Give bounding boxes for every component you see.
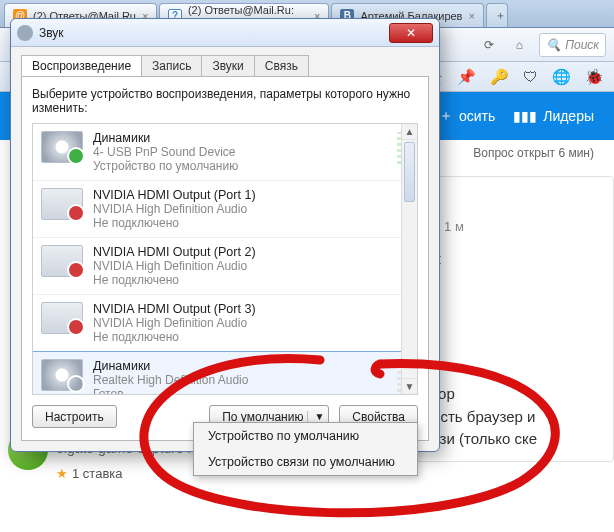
device-status: Не подключено xyxy=(93,216,256,230)
chevron-down-icon: ▼ xyxy=(307,411,324,422)
device-sub: Realtek High Definition Audio xyxy=(93,373,248,387)
device-sub: NVIDIA High Definition Audio xyxy=(93,259,256,273)
sound-dialog: Звук ✕ Воспроизведение Запись Звуки Связ… xyxy=(10,18,440,452)
rate-label: 1 ставка xyxy=(72,466,123,481)
ext-icon[interactable]: 🐞 xyxy=(585,68,604,86)
scrollbar[interactable]: ▲ ▼ xyxy=(401,124,417,394)
device-sub: 4- USB PnP Sound Device xyxy=(93,145,238,159)
leaders-label: Лидеры xyxy=(543,108,594,124)
device-status: Устройство по умолчанию xyxy=(93,159,238,173)
sound-icon xyxy=(17,25,33,41)
device-row[interactable]: NVIDIA HDMI Output (Port 3) NVIDIA High … xyxy=(33,295,417,352)
search-input[interactable]: 🔍 Поиск xyxy=(539,33,606,57)
chart-icon: ▮▮▮ xyxy=(513,108,537,124)
dialog-titlebar[interactable]: Звук ✕ xyxy=(11,19,439,47)
tab-panel: Выберите устройство воспроизведения, пар… xyxy=(21,76,429,441)
search-placeholder: Поиск xyxy=(565,38,599,52)
device-status: Не подключено xyxy=(93,273,256,287)
device-name: Динамики xyxy=(93,359,248,373)
ext-icon[interactable]: 🌐 xyxy=(552,68,571,86)
star-icon: ★ xyxy=(56,466,68,481)
reload-icon[interactable]: ⟳ xyxy=(479,35,499,55)
device-sub: NVIDIA High Definition Audio xyxy=(93,316,256,330)
panel-hint: Выберите устройство воспроизведения, пар… xyxy=(32,87,418,115)
tab-comm[interactable]: Связь xyxy=(254,55,309,76)
leaders-button[interactable]: ▮▮▮Лидеры xyxy=(513,108,594,124)
device-name: Динамики xyxy=(93,131,238,145)
monitor-icon xyxy=(41,188,83,220)
device-list: Динамики 4- USB PnP Sound Device Устройс… xyxy=(32,123,418,395)
ext-icon[interactable]: 🛡 xyxy=(523,68,538,85)
device-name: NVIDIA HDMI Output (Port 1) xyxy=(93,188,256,202)
device-name: NVIDIA HDMI Output (Port 2) xyxy=(93,245,256,259)
device-row[interactable]: Динамики Realtek High Definition Audio Г… xyxy=(33,351,417,394)
device-sub: NVIDIA High Definition Audio xyxy=(93,202,256,216)
left-rate: ★1 ставка xyxy=(56,466,123,481)
new-tab-button[interactable]: ＋ xyxy=(486,3,508,27)
monitor-icon xyxy=(41,245,83,277)
device-status: Не подключено xyxy=(93,330,256,344)
speaker-icon xyxy=(41,359,83,391)
device-row[interactable]: Динамики 4- USB PnP Sound Device Устройс… xyxy=(33,124,417,181)
default-dropdown-menu: Устройство по умолчанию Устройство связи… xyxy=(193,422,418,476)
close-icon[interactable]: × xyxy=(468,10,474,22)
menu-item-default-device[interactable]: Устройство по умолчанию xyxy=(194,423,417,449)
configure-button[interactable]: Настроить xyxy=(32,405,117,428)
tab-sounds[interactable]: Звуки xyxy=(201,55,254,76)
dialog-tabs: Воспроизведение Запись Звуки Связь xyxy=(21,55,429,76)
author-time: 1 м xyxy=(444,219,464,234)
plus-icon: ＋ xyxy=(439,107,453,125)
ext-icon[interactable]: 📌 xyxy=(457,68,476,86)
tab-playback[interactable]: Воспроизведение xyxy=(21,55,142,76)
search-icon: 🔍 xyxy=(546,38,561,52)
device-name: NVIDIA HDMI Output (Port 3) xyxy=(93,302,256,316)
monitor-icon xyxy=(41,302,83,334)
scroll-down-icon[interactable]: ▼ xyxy=(402,378,417,394)
ask-label: осить xyxy=(459,108,495,124)
close-icon: ✕ xyxy=(406,26,416,40)
device-row[interactable]: NVIDIA HDMI Output (Port 2) NVIDIA High … xyxy=(33,238,417,295)
tab-record[interactable]: Запись xyxy=(141,55,202,76)
ask-button[interactable]: ＋осить xyxy=(439,107,495,125)
scroll-thumb[interactable] xyxy=(404,142,415,202)
ext-icon[interactable]: 🔑 xyxy=(490,68,509,86)
menu-item-default-comm-device[interactable]: Устройство связи по умолчанию xyxy=(194,449,417,475)
scroll-up-icon[interactable]: ▲ xyxy=(402,124,417,140)
close-button[interactable]: ✕ xyxy=(389,23,433,43)
speaker-icon xyxy=(41,131,83,163)
home-icon[interactable]: ⌂ xyxy=(509,35,529,55)
device-status: Готов xyxy=(93,387,248,394)
device-row[interactable]: NVIDIA HDMI Output (Port 1) NVIDIA High … xyxy=(33,181,417,238)
dialog-title: Звук xyxy=(39,26,64,40)
